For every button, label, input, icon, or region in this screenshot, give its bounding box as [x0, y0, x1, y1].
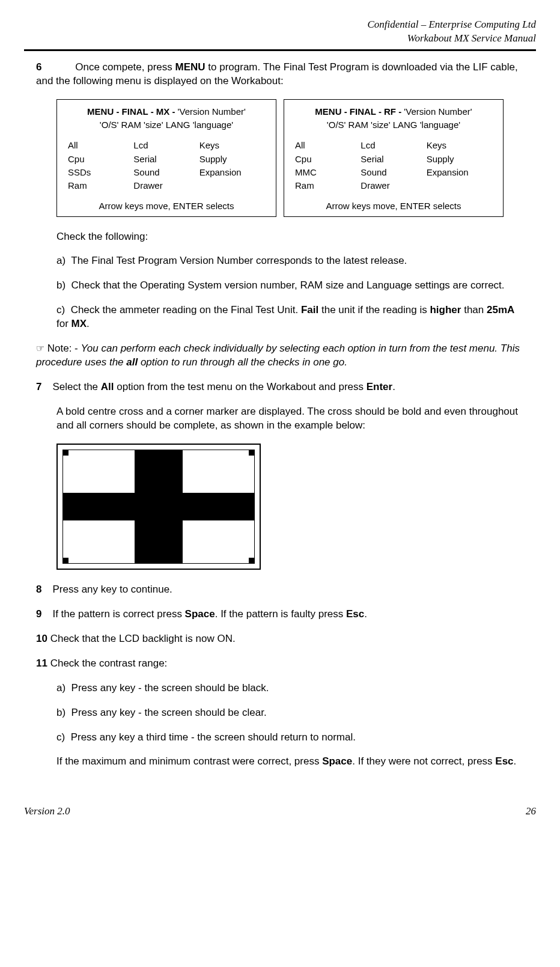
menu-item: Sound [133, 166, 199, 178]
note-block: ☞ Note: - You can perform each check ind… [36, 342, 524, 370]
menu-rf-title: MENU - FINAL - RF - 'Version Number' [295, 106, 492, 118]
page-header: Confidential – Enterprise Computing Ltd … [24, 18, 536, 46]
corner-marker [249, 450, 255, 456]
step-7: 7 Select the All option from the test me… [36, 380, 524, 394]
step-6: 6 Once compete, press MENU to program. T… [36, 61, 524, 88]
menu-item: All [68, 139, 133, 151]
footer-version: Version 2.0 [24, 805, 70, 819]
check-intro: Check the following: [56, 230, 524, 244]
menu-item: Drawer [361, 180, 426, 192]
check-item-c: c) Check the ammeter reading on the Fina… [56, 304, 524, 331]
header-line-1: Confidential – Enterprise Computing Ltd [24, 18, 536, 32]
corner-marker [249, 558, 255, 564]
step-number: 7 [36, 380, 47, 394]
step-8: 8 Press any key to continue. [36, 583, 524, 597]
menu-item: Sound [361, 166, 426, 178]
menu-item: Lcd [361, 139, 426, 151]
step-6-text-1: Once compete, press [75, 61, 175, 73]
header-rule [24, 49, 536, 51]
step-number: 11 [36, 657, 47, 671]
menu-item [199, 180, 265, 192]
menu-item: Keys [199, 139, 265, 151]
page-footer: Version 2.0 26 [24, 805, 536, 819]
menu-box-rf: MENU - FINAL - RF - 'Version Number' 'O/… [284, 99, 504, 217]
menu-mx-grid: All Lcd Keys Cpu Serial Supply SSDs Soun… [68, 139, 265, 192]
menu-item: Cpu [295, 153, 361, 165]
menu-item: Serial [361, 153, 426, 165]
step-7-para2: A bold centre cross and a corner marker … [56, 405, 524, 433]
menu-item [427, 180, 492, 192]
footer-page: 26 [526, 805, 536, 819]
menu-item: Serial [133, 153, 199, 165]
step-11: 11 Check the contrast range: [36, 657, 524, 671]
menu-keyword: MENU [175, 61, 205, 73]
step-11-final: If the maximum and minimum contrast were… [56, 755, 524, 769]
menu-item: MMC [295, 166, 361, 178]
contrast-a: a) Press any key - the screen should be … [56, 682, 524, 695]
menu-rf-sub: 'O/S' RAM 'size' LANG 'language' [295, 119, 492, 131]
pointing-hand-icon: ☞ [36, 343, 44, 353]
menu-item: Lcd [133, 139, 199, 151]
menu-rf-footer: Arrow keys move, ENTER selects [295, 200, 492, 212]
step-number: 8 [36, 583, 47, 597]
menu-item: Expansion [427, 166, 492, 178]
check-item-b: b) Check that the Operating System versi… [56, 279, 524, 293]
menu-item: Ram [295, 180, 361, 192]
menu-rf-grid: All Lcd Keys Cpu Serial Supply MMC Sound… [295, 139, 492, 192]
step-number: 10 [36, 632, 47, 646]
check-item-a: a) The Final Test Program Version Number… [56, 254, 524, 268]
menu-item: Cpu [68, 153, 133, 165]
step-number: 9 [36, 608, 47, 621]
menu-item: Supply [427, 153, 492, 165]
menu-mx-sub: 'O/S' RAM 'size' LANG 'language' [68, 119, 265, 131]
step-10: 10 Check that the LCD backlight is now O… [36, 632, 524, 646]
menu-item: Ram [68, 180, 133, 192]
menu-item: All [295, 139, 361, 151]
contrast-c: c) Press any key a third time - the scre… [56, 731, 524, 745]
page-content: 6 Once compete, press MENU to program. T… [24, 61, 536, 769]
step-9: 9 If the pattern is correct press Space.… [36, 608, 524, 621]
step-number: 6 [36, 61, 47, 75]
menu-mx-title: MENU - FINAL - MX - 'Version Number' [68, 106, 265, 118]
menu-item: Supply [199, 153, 265, 165]
menu-box-mx: MENU - FINAL - MX - 'Version Number' 'O/… [56, 99, 276, 217]
contrast-b: b) Press any key - the screen should be … [56, 706, 524, 720]
corner-marker [62, 450, 68, 456]
header-line-2: Workabout MX Service Manual [24, 32, 536, 46]
menu-item: Keys [427, 139, 492, 151]
corner-marker [62, 558, 68, 564]
menu-boxes: MENU - FINAL - MX - 'Version Number' 'O/… [56, 99, 504, 217]
menu-item: Drawer [133, 180, 199, 192]
menu-item: SSDs [68, 166, 133, 178]
cross-vertical [135, 450, 183, 564]
cross-pattern-figure [56, 444, 261, 570]
menu-item: Expansion [199, 166, 265, 178]
menu-mx-footer: Arrow keys move, ENTER selects [68, 200, 265, 212]
